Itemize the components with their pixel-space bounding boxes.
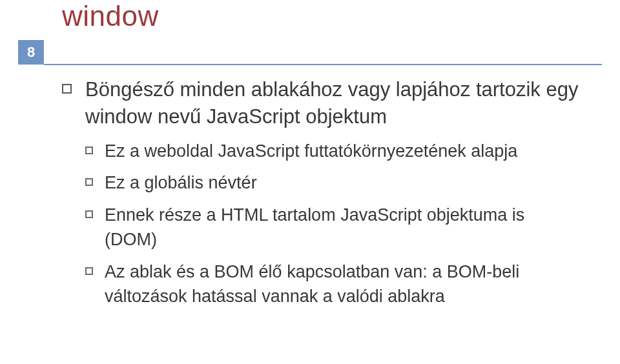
horizontal-rule [44,64,602,65]
bullet-text: Böngésző minden ablakához vagy lapjához … [85,78,578,128]
sub-bullet-item: Ez a globális névtér [85,171,581,196]
sub-bullet-item: Ennek része a HTML tartalom JavaScript o… [85,203,581,252]
sub-bullet-text: Ez a globális névtér [105,173,257,192]
bullet-item: Böngésző minden ablakához vagy lapjához … [62,76,581,308]
sub-bullet-text: Az ablak és a BOM élő kapcsolatban van: … [105,262,519,306]
sub-bullet-item: Az ablak és a BOM élő kapcsolatban van: … [85,260,581,309]
sub-bullet-text: Ez a weboldal JavaScript futtatókörnyeze… [105,141,517,161]
content-area: Böngésző minden ablakához vagy lapjához … [62,76,581,321]
page-number-badge: 8 [18,40,44,65]
slide: window 8 Böngésző minden ablakához vagy … [0,0,620,364]
sub-bullet-item: Ez a weboldal JavaScript futtatókörnyeze… [85,139,581,164]
slide-title: window [62,0,159,32]
sub-bullet-text: Ennek része a HTML tartalom JavaScript o… [105,205,524,249]
